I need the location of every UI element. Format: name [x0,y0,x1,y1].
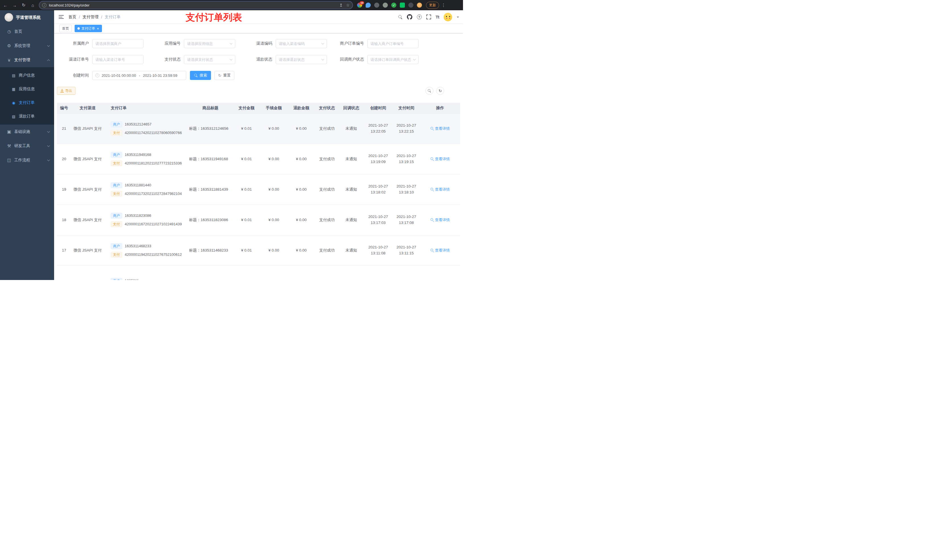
tags-view-bar: 首页 支付订单 × [54,24,463,33]
pay-status-select[interactable] [184,55,235,64]
notify-status-input[interactable] [371,57,412,62]
yen-icon: ¥ [6,58,12,63]
fullscreen-icon[interactable] [426,15,431,20]
browser-home-icon[interactable]: ⌂ [29,2,36,9]
chevron-down-icon [47,144,50,147]
sidebar-item-system[interactable]: ⚙ 系统管理 [0,39,54,53]
table-row[interactable]: 18 微信 JSAPI 支付 商户 1635311823086 支付 42000… [57,205,460,235]
table-body: 21 微信 JSAPI 支付 商户 1635312124657 支付 42000… [57,113,460,280]
cell-pay-amount: ¥ 0.01 [233,187,260,193]
logo-avatar [5,13,13,22]
merchant-order-no: 1635311 [125,278,139,280]
bookmark-star-icon[interactable]: ☆ [346,3,350,8]
extension-icon[interactable]: ✓ [391,3,396,8]
pay-tag: 支付 [111,130,122,136]
breadcrumb-home[interactable]: 首页 [68,15,76,20]
cell-action: 查看详情 [420,156,460,162]
view-detail-link[interactable]: 查看详情 [431,126,450,131]
browser-forward-icon[interactable]: → [11,2,18,9]
merchant-order-no-field[interactable] [367,39,419,48]
reset-button[interactable]: ↻ 重置 [215,71,235,80]
extension-icon[interactable] [409,3,413,8]
extension-icon[interactable] [417,3,422,8]
app-select[interactable] [184,39,235,48]
browser-reload-icon[interactable]: ↻ [20,2,27,9]
cell-product-title: 标题：1635312124656 [188,126,233,132]
channel-code-input[interactable] [279,42,320,46]
cell-pay-order: 商户 1635311468233 支付 42000011942021102767… [104,243,188,258]
app-select-input[interactable] [187,42,228,46]
cell-pay-time: 2021-10-27 13:22:15 [393,123,420,134]
browser-menu-icon[interactable]: ⋮ [441,3,446,8]
pay-tag: 支付 [111,160,122,166]
search-button[interactable]: 搜索 [190,71,211,80]
table-row[interactable]: 20 微信 JSAPI 支付 商户 1635311949168 支付 42000… [57,144,460,174]
merchant-select[interactable] [92,39,144,48]
sidebar-item-dev-tools[interactable]: ⚒ 研发工具 [0,139,54,153]
sidebar-item-infrastructure[interactable]: ▣ 基础设施 [0,125,54,139]
close-icon[interactable]: × [97,27,99,30]
breadcrumb-pay-manage[interactable]: 支付管理 [83,15,98,20]
toggle-search-button[interactable] [425,87,433,95]
cell-notify-status: 未通知 [339,126,364,132]
export-button[interactable]: 导出 [57,87,76,95]
font-size-icon[interactable]: Tt [436,15,439,20]
tab-home[interactable]: 首页 [59,25,72,32]
tab-pay-order[interactable]: 支付订单 × [75,25,102,32]
url-bar[interactable]: i localhost:1024/pay/order ↥ ☆ [39,2,353,9]
orders-table: 编号 支付渠道 支付订单 商品标题 支付金额 手续金额 退款金额 支付状态 回调… [57,103,460,280]
page-content: 所属商户 应用编号 渠道编码 [54,33,463,280]
pay-tag: 支付 [111,252,122,258]
sidebar-item-pay-order[interactable]: ◉ 支付订单 [0,96,54,110]
table-row[interactable]: 17 微信 JSAPI 支付 商户 1635311468233 支付 42000… [57,235,460,266]
channel-order-no-field[interactable] [92,55,144,64]
create-time-range-picker[interactable]: 2021-10-01 00:00:00 - 2021-10-31 23:59:5… [92,71,186,80]
cell-pay-order: 商户 1635312124657 支付 42000011742021102780… [104,122,188,136]
table-row[interactable]: 19 微信 JSAPI 支付 商户 1635311881440 支付 42000… [57,174,460,205]
share-icon[interactable]: ↥ [339,3,343,8]
help-icon[interactable]: ? [417,15,422,20]
extension-icon[interactable] [383,3,388,8]
sidebar-item-merchant-info[interactable]: ▤ 商户信息 [0,69,54,82]
date-start: 2021-10-01 00:00:00 [101,73,136,78]
avatar-caret-icon[interactable] [457,17,459,19]
view-detail-link[interactable]: 查看详情 [431,217,450,223]
site-info-icon[interactable]: i [42,3,47,8]
extension-icon[interactable] [374,3,379,8]
sidebar-item-pay[interactable]: ¥ 支付管理 [0,53,54,67]
sidebar-item-refund-order[interactable]: ▧ 退款订单 [0,110,54,123]
refund-status-select[interactable] [275,55,327,64]
merchant-order-line: 商户 1635311823086 [111,213,151,219]
table-row[interactable]: 21 微信 JSAPI 支付 商户 1635312124657 支付 42000… [57,113,460,144]
browser-back-icon[interactable]: ← [2,2,9,9]
merchant-tag: 商户 [111,278,122,280]
refresh-table-button[interactable]: ↻ [436,87,444,95]
notify-status-select[interactable] [367,55,419,64]
channel-order-no-input[interactable] [95,57,141,62]
refund-status-input[interactable] [279,57,320,62]
table-row[interactable]: 商户 1635311 支付 查看详情 [57,266,460,280]
browser-update-button[interactable]: 更新 [426,2,439,9]
channel-code-select[interactable] [275,39,327,48]
view-detail-link[interactable]: 查看详情 [431,187,450,192]
top-navbar: 首页 / 支付管理 / 支付订单 支付订单列表 ? Tt [54,10,463,24]
view-detail-link[interactable]: 查看详情 [431,248,450,253]
sidebar-item-workflow[interactable]: ◫ 工作流程 [0,153,54,167]
merchant-select-input[interactable] [95,42,141,46]
hamburger-icon[interactable] [59,15,64,19]
magnifier-icon [431,218,434,222]
extension-icon[interactable]: 10 [357,3,362,8]
extension-icon[interactable] [366,3,371,8]
merchant-order-no-input[interactable] [371,42,415,46]
view-detail-link[interactable]: 查看详情 [431,156,450,162]
user-avatar[interactable] [443,13,452,21]
search-icon[interactable] [398,15,402,19]
sidebar-item-home[interactable]: ◷ 首页 [0,24,54,39]
sidebar-item-app-info[interactable]: ▦ 应用信息 [0,82,54,96]
clock-icon [95,73,99,77]
pay-status-input[interactable] [187,57,228,62]
extension-icon[interactable] [400,3,405,8]
github-icon[interactable] [407,14,412,20]
chevron-down-icon [47,44,50,47]
magnifier-icon [431,249,434,252]
